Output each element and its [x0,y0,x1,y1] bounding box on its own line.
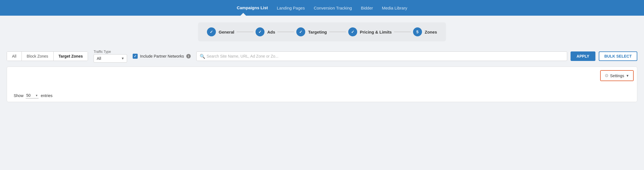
tab-block-zones[interactable]: Block Zones [22,52,54,61]
step-zones-circle: 5 [413,27,422,36]
top-navigation: Campaigns List Landing Pages Conversion … [0,0,644,16]
entries-select-wrapper: 10 25 50 100 ▼ [26,93,39,98]
step-zones-label: Zones [425,30,437,34]
traffic-type-select-wrapper: All Desktop Mobile Tablet ▼ [94,54,127,63]
show-entries-row: Show 10 25 50 100 ▼ entries [7,89,637,102]
tab-target-zones[interactable]: Target Zones [54,52,88,61]
settings-button[interactable]: ⚙ Settings ▼ [601,71,633,81]
include-partner-label: Include Partner Networks [140,54,184,58]
step-ads[interactable]: ✓ Ads [256,27,275,36]
step-targeting-label: Targeting [308,30,327,34]
step-targeting-circle: ✓ [296,27,305,36]
include-partner-checkbox[interactable] [133,54,138,59]
settings-dropdown-arrow: ▼ [626,74,629,78]
gear-icon: ⚙ [605,73,609,78]
search-icon: 🔍 [200,54,205,59]
step-ads-circle: ✓ [256,27,264,36]
traffic-type-select[interactable]: All Desktop Mobile Tablet [94,54,127,63]
settings-button-wrapper: ⚙ Settings ▼ [600,70,634,81]
step-connector-4 [394,32,411,32]
step-zones[interactable]: 5 Zones [413,27,437,36]
nav-bidder[interactable]: Bidder [361,4,373,11]
wizard-steps-container: ✓ General ✓ Ads ✓ Targeting ✓ Pricing & … [198,22,446,41]
traffic-type-group: Traffic Type All Desktop Mobile Tablet ▼ [94,50,127,63]
step-pricing-limits-label: Pricing & Limits [360,30,392,34]
nav-campaigns-list[interactable]: Campaigns List [237,4,268,11]
nav-active-indicator [240,13,246,16]
step-connector-2 [277,32,294,32]
bulk-select-button[interactable]: BULK SELECT [599,51,637,61]
traffic-type-label: Traffic Type [94,50,127,54]
tab-all[interactable]: All [7,52,22,61]
step-general[interactable]: ✓ General [207,27,234,36]
nav-landing-pages[interactable]: Landing Pages [277,4,305,11]
nav-media-library[interactable]: Media Library [382,4,407,11]
entries-select[interactable]: 10 25 50 100 [26,93,39,98]
step-targeting[interactable]: ✓ Targeting [296,27,327,36]
show-label: Show [14,93,23,98]
entries-label: entries [41,93,53,98]
wizard-section: ✓ General ✓ Ads ✓ Targeting ✓ Pricing & … [0,16,644,46]
step-general-circle: ✓ [207,27,216,36]
settings-label: Settings [610,74,624,78]
step-pricing-limits[interactable]: ✓ Pricing & Limits [348,27,392,36]
content-area: ⚙ Settings ▼ Show 10 25 50 100 ▼ entries [7,67,637,102]
step-general-label: General [219,30,234,34]
step-ads-label: Ads [267,30,275,34]
filter-bar: All Block Zones Target Zones Traffic Typ… [0,46,644,67]
nav-conversion-tracking[interactable]: Conversion Tracking [314,4,352,11]
apply-button[interactable]: APPLY [571,51,595,61]
step-connector-3 [329,32,346,32]
include-partner-networks: Include Partner Networks i [133,54,190,59]
zone-tabs: All Block Zones Target Zones [7,51,88,61]
search-wrapper: 🔍 [196,51,567,61]
search-input[interactable] [196,51,567,61]
step-connector-1 [237,32,253,32]
step-pricing-limits-circle: ✓ [348,27,357,36]
info-icon[interactable]: i [186,54,191,58]
